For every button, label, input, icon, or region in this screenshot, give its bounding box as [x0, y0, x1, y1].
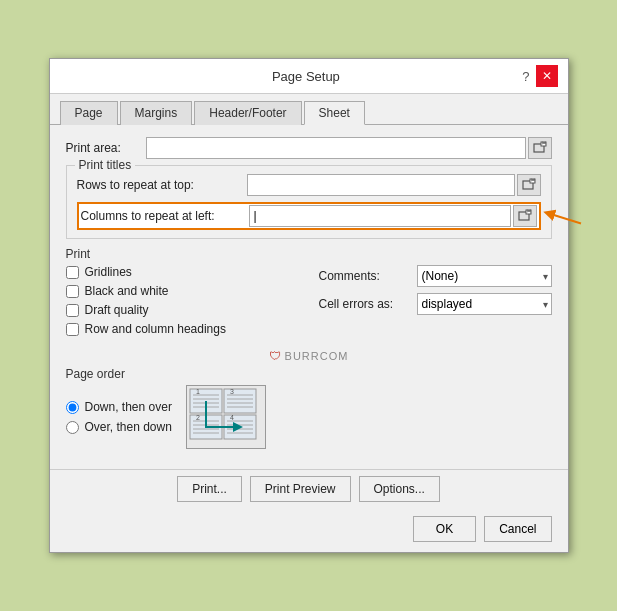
print-section: Print Gridlines Black and white Draft qu…	[66, 247, 552, 341]
collapse-rows-icon	[522, 178, 536, 192]
svg-text:4: 4	[230, 414, 234, 421]
print-preview-button[interactable]: Print Preview	[250, 476, 351, 502]
cellerrors-select[interactable]: displayed blank -- #N/A	[417, 293, 552, 315]
down-label: Down, then over	[85, 400, 172, 414]
help-button[interactable]: ?	[522, 69, 529, 84]
orange-arrow	[541, 200, 589, 233]
tab-sheet[interactable]: Sheet	[304, 101, 365, 125]
print-area-collapse-btn[interactable]	[528, 137, 552, 159]
bw-row: Black and white	[66, 284, 299, 298]
print-area-input-wrap	[146, 137, 552, 159]
svg-text:2: 2	[196, 414, 200, 421]
over-then-down-row: Over, then down	[66, 420, 172, 434]
gridlines-checkbox[interactable]	[66, 266, 79, 279]
tab-margins[interactable]: Margins	[120, 101, 193, 125]
bw-label: Black and white	[85, 284, 169, 298]
svg-text:3: 3	[230, 388, 234, 395]
print-area-label: Print area:	[66, 141, 146, 155]
cols-repeat-input-wrap	[249, 205, 537, 227]
comments-select-wrap: (None) At end of sheet As displayed on s…	[417, 265, 552, 287]
rowcol-row: Row and column headings	[66, 322, 299, 336]
cellerrors-label: Cell errors as:	[319, 297, 409, 311]
dialog-title: Page Setup	[90, 69, 523, 84]
down-radio[interactable]	[66, 401, 79, 414]
print-dropdowns: Comments: (None) At end of sheet As disp…	[319, 265, 552, 341]
rows-repeat-label: Rows to repeat at top:	[77, 178, 247, 192]
watermark-text: BURRCOM	[285, 350, 349, 362]
cols-repeat-row: Columns to repeat at left:	[77, 202, 541, 230]
svg-line-7	[549, 214, 581, 224]
page-order-radios: Down, then over Over, then down	[66, 400, 172, 434]
rows-repeat-input-wrap	[247, 174, 541, 196]
close-button[interactable]: ✕	[536, 65, 558, 87]
print-titles-label: Print titles	[75, 158, 136, 172]
tabs-bar: Page Margins Header/Footer Sheet	[50, 94, 568, 125]
comments-select[interactable]: (None) At end of sheet As displayed on s…	[417, 265, 552, 287]
ok-button[interactable]: OK	[413, 516, 476, 542]
print-area-input[interactable]	[146, 137, 526, 159]
draft-row: Draft quality	[66, 303, 299, 317]
tab-page[interactable]: Page	[60, 101, 118, 125]
print-button[interactable]: Print...	[177, 476, 242, 502]
draft-checkbox[interactable]	[66, 304, 79, 317]
options-button[interactable]: Options...	[359, 476, 440, 502]
over-radio[interactable]	[66, 421, 79, 434]
print-label: Print	[66, 247, 552, 261]
cancel-button[interactable]: Cancel	[484, 516, 551, 542]
svg-text:1: 1	[196, 388, 200, 395]
print-titles-group: Print titles Rows to repeat at top:	[66, 165, 552, 239]
comments-row: Comments: (None) At end of sheet As disp…	[319, 265, 552, 287]
down-then-over-row: Down, then over	[66, 400, 172, 414]
page-order-label: Page order	[66, 367, 552, 381]
print-checkboxes: Gridlines Black and white Draft quality …	[66, 265, 299, 341]
page-order-content: Down, then over Over, then down	[66, 385, 552, 449]
cellerrors-select-wrap: displayed blank -- #N/A	[417, 293, 552, 315]
bw-checkbox[interactable]	[66, 285, 79, 298]
rowcol-checkbox[interactable]	[66, 323, 79, 336]
bottom-buttons: Print... Print Preview Options...	[50, 469, 568, 512]
rows-repeat-input[interactable]	[247, 174, 515, 196]
rowcol-label: Row and column headings	[85, 322, 226, 336]
over-label: Over, then down	[85, 420, 172, 434]
cols-repeat-input[interactable]	[249, 205, 511, 227]
cols-repeat-label: Columns to repeat at left:	[81, 209, 249, 223]
page-order-section: Page order Down, then over Over, then do…	[66, 367, 552, 449]
rows-repeat-collapse-btn[interactable]	[517, 174, 541, 196]
cellerrors-row: Cell errors as: displayed blank -- #N/A	[319, 293, 552, 315]
print-area-row: Print area:	[66, 137, 552, 159]
tab-headerfooter[interactable]: Header/Footer	[194, 101, 301, 125]
gridlines-row: Gridlines	[66, 265, 299, 279]
cols-repeat-collapse-btn[interactable]	[513, 205, 537, 227]
draft-label: Draft quality	[85, 303, 149, 317]
dialog-content: Print area: Print titles Rows to repeat …	[50, 125, 568, 469]
collapse-cols-icon	[518, 209, 532, 223]
gridlines-label: Gridlines	[85, 265, 132, 279]
page-order-diagram: 1 2 3 4	[186, 385, 266, 449]
watermark: 🛡 BURRCOM	[66, 349, 552, 363]
title-controls: ? ✕	[522, 65, 557, 87]
comments-label: Comments:	[319, 269, 409, 283]
rows-repeat-row: Rows to repeat at top:	[77, 174, 541, 196]
cols-repeat-container: Columns to repeat at left:	[77, 202, 541, 230]
print-options: Gridlines Black and white Draft quality …	[66, 265, 552, 341]
page-order-svg: 1 2 3 4	[188, 387, 264, 447]
page-setup-dialog: Page Setup ? ✕ Page Margins Header/Foote…	[49, 58, 569, 553]
watermark-icon: 🛡	[269, 349, 281, 363]
title-bar: Page Setup ? ✕	[50, 59, 568, 94]
ok-cancel-row: OK Cancel	[50, 512, 568, 552]
svg-rect-9	[224, 389, 256, 413]
collapse-icon	[533, 141, 547, 155]
